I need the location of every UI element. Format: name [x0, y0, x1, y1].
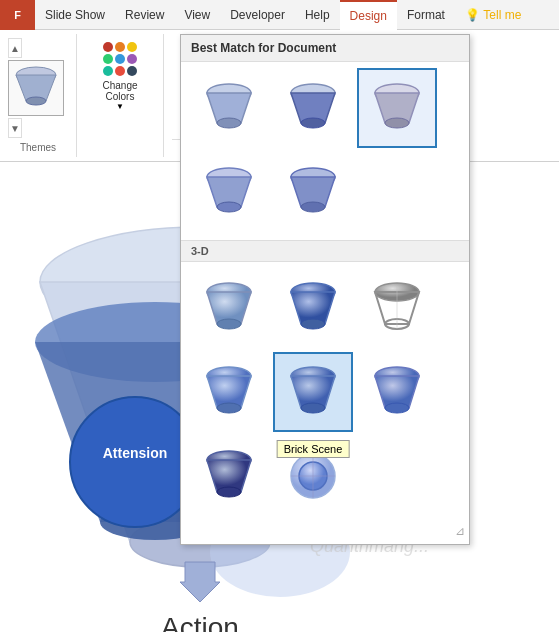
change-colors-button[interactable]: Change Colors ▼ [85, 38, 155, 115]
theme-3d-option-4[interactable] [189, 352, 269, 432]
themes-group: ▲ ▼ Themes [0, 34, 77, 157]
change-colors-group: Change Colors ▼ [77, 34, 164, 157]
tab-help[interactable]: Help [295, 0, 340, 30]
theme-scroll-down[interactable]: ▼ [8, 118, 22, 138]
change-colors-label: Change Colors [91, 80, 149, 102]
theme-3d-option-1[interactable] [189, 268, 269, 348]
theme-3d-option-7[interactable] [189, 436, 269, 516]
themes-label: Themes [20, 138, 56, 153]
best-match-grid [181, 62, 469, 238]
tab-developer[interactable]: Developer [220, 0, 295, 30]
3d-grid: Brick Scene [181, 262, 469, 522]
theme-option-1[interactable] [189, 68, 269, 148]
theme-3d-option-2[interactable] [273, 268, 353, 348]
theme-dropdown-panel: Best Match for Document [180, 34, 470, 545]
ribbon-content: ▲ ▼ Themes [0, 30, 559, 161]
3d-section-label: 3-D [181, 240, 469, 262]
tab-file[interactable]: F [0, 0, 35, 30]
svg-point-16 [301, 319, 325, 329]
svg-point-14 [217, 319, 241, 329]
ribbon-tab-bar: F Slide Show Review View Developer Help … [0, 0, 559, 30]
dropdown-header: Best Match for Document [181, 35, 469, 62]
tab-tell-me[interactable]: 💡 Tell me [455, 0, 531, 30]
svg-point-21 [217, 403, 241, 413]
change-colors-arrow: ▼ [116, 102, 124, 111]
tab-format[interactable]: Format [397, 0, 455, 30]
tab-slide-show[interactable]: Slide Show [35, 0, 115, 30]
theme-scroll-up[interactable]: ▲ [8, 38, 22, 58]
tab-review[interactable]: Review [115, 0, 174, 30]
theme-option-5[interactable] [273, 152, 353, 232]
svg-point-27 [217, 487, 241, 497]
svg-marker-39 [180, 562, 220, 602]
svg-point-1 [26, 97, 46, 105]
ribbon: F Slide Show Review View Developer Help … [0, 0, 559, 162]
svg-point-25 [385, 403, 409, 413]
theme-3d-option-5-brick-scene[interactable]: Brick Scene [273, 352, 353, 432]
svg-point-12 [301, 202, 325, 212]
tab-view[interactable]: View [174, 0, 220, 30]
theme-preview[interactable] [8, 60, 64, 116]
theme-option-4[interactable] [189, 152, 269, 232]
svg-point-8 [385, 118, 409, 128]
theme-option-3[interactable] [357, 68, 437, 148]
svg-point-10 [217, 202, 241, 212]
svg-text:Attension: Attension [103, 445, 168, 461]
theme-3d-option-6[interactable] [357, 352, 437, 432]
svg-point-4 [217, 118, 241, 128]
theme-3d-option-3[interactable] [357, 268, 437, 348]
svg-text:Action: Action [161, 612, 239, 632]
theme-thumbnail-area: ▲ ▼ [8, 38, 68, 138]
theme-3d-option-8[interactable] [273, 436, 353, 516]
svg-point-23 [301, 403, 325, 413]
color-dots [103, 42, 137, 76]
resize-handle: ⊿ [181, 522, 469, 540]
theme-option-2[interactable] [273, 68, 353, 148]
tab-design[interactable]: Design [340, 0, 397, 30]
svg-point-6 [301, 118, 325, 128]
